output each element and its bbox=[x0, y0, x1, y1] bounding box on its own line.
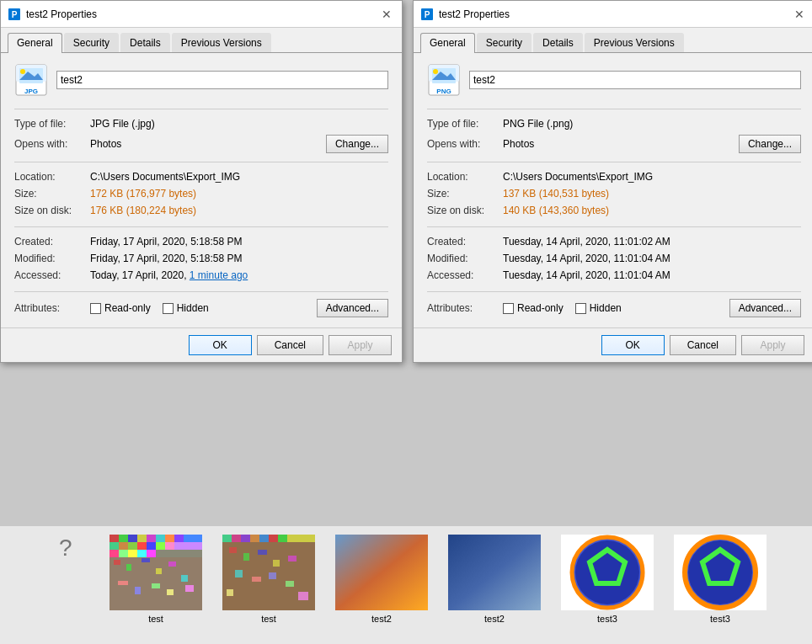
left-close-button[interactable]: ✕ bbox=[378, 6, 395, 23]
svg-rect-57 bbox=[259, 535, 269, 542]
list-item[interactable]: test bbox=[214, 535, 323, 624]
svg-rect-62 bbox=[229, 547, 237, 553]
left-tab-previous-versions[interactable]: Previous Versions bbox=[172, 33, 271, 52]
right-readonly-box bbox=[503, 303, 514, 314]
left-filename-row: JPG bbox=[14, 63, 388, 97]
thumb-label-test3-orange: test3 bbox=[710, 614, 730, 624]
thumb-label-test2: test bbox=[261, 614, 276, 624]
right-type-section: Type of file: PNG File (.png) Opens with… bbox=[427, 109, 801, 153]
right-ok-button[interactable]: OK bbox=[601, 335, 665, 355]
right-accessed-label: Accessed: bbox=[427, 269, 503, 283]
right-tab-bar: General Security Details Previous Versio… bbox=[414, 28, 812, 53]
svg-point-6 bbox=[20, 69, 25, 74]
left-advanced-button[interactable]: Advanced... bbox=[317, 299, 388, 317]
right-tab-details[interactable]: Details bbox=[533, 33, 583, 52]
right-dialog-title: test2 Properties bbox=[439, 8, 791, 20]
left-location-section: Location: C:\Users Documents\Export_IMG … bbox=[14, 162, 388, 218]
list-item[interactable]: test2 bbox=[440, 535, 549, 624]
left-ok-button[interactable]: OK bbox=[189, 335, 252, 355]
left-attributes-label: Attributes: bbox=[14, 302, 90, 314]
list-item[interactable]: test2 bbox=[327, 535, 436, 624]
left-created-value: Friday, 17 April, 2020, 5:18:58 PM bbox=[90, 236, 388, 249]
left-location-label: Location: bbox=[14, 171, 90, 184]
left-dialog-title: test2 Properties bbox=[26, 8, 378, 20]
svg-rect-42 bbox=[126, 564, 131, 571]
svg-rect-74 bbox=[448, 535, 541, 610]
svg-rect-17 bbox=[110, 535, 119, 542]
svg-rect-38 bbox=[147, 550, 156, 557]
thumb-img-test2-orange bbox=[335, 535, 428, 610]
left-filename-input[interactable] bbox=[56, 71, 388, 89]
right-advanced-button[interactable]: Advanced... bbox=[729, 299, 801, 317]
svg-rect-19 bbox=[128, 535, 137, 542]
left-tab-security[interactable]: Security bbox=[64, 33, 119, 52]
right-apply-button[interactable]: Apply bbox=[741, 335, 804, 355]
svg-rect-48 bbox=[135, 587, 141, 594]
right-hidden-checkbox[interactable]: Hidden bbox=[575, 302, 622, 314]
svg-rect-51 bbox=[185, 585, 194, 592]
thumb-img-test3-orange bbox=[674, 535, 767, 610]
svg-point-14 bbox=[433, 69, 438, 74]
right-created-value: Tuesday, 14 April, 2020, 11:01:02 AM bbox=[503, 236, 801, 249]
left-opens-label: Opens with: bbox=[14, 138, 90, 150]
svg-text:JPG: JPG bbox=[24, 88, 38, 95]
svg-rect-73 bbox=[335, 535, 428, 610]
left-tab-general[interactable]: General bbox=[8, 33, 62, 53]
left-hidden-box bbox=[163, 303, 174, 314]
left-titlebar-icon: P bbox=[8, 8, 21, 21]
right-size-row: Size: 137 KB (140,531 bytes) bbox=[427, 188, 801, 201]
svg-rect-44 bbox=[156, 568, 162, 574]
left-tab-details[interactable]: Details bbox=[120, 33, 170, 52]
svg-rect-70 bbox=[286, 581, 294, 587]
right-tab-previous-versions[interactable]: Previous Versions bbox=[585, 33, 684, 52]
left-readonly-checkbox[interactable]: Read-only bbox=[90, 302, 151, 314]
svg-rect-53 bbox=[222, 535, 232, 542]
svg-text:PNG: PNG bbox=[436, 88, 451, 95]
left-sizedisk-value: 176 KB (180,224 bytes) bbox=[90, 205, 388, 218]
svg-rect-66 bbox=[288, 556, 296, 562]
svg-rect-67 bbox=[235, 570, 243, 577]
left-created-row: Created: Friday, 17 April, 2020, 5:18:58… bbox=[14, 236, 388, 249]
left-change-button[interactable]: Change... bbox=[326, 135, 388, 153]
svg-rect-54 bbox=[232, 535, 241, 542]
right-type-row: Type of file: PNG File (.png) bbox=[427, 118, 801, 131]
thumb-label-test1: test bbox=[148, 614, 163, 624]
left-hidden-checkbox[interactable]: Hidden bbox=[163, 302, 209, 314]
right-readonly-checkbox[interactable]: Read-only bbox=[503, 302, 564, 314]
right-filename-input[interactable] bbox=[469, 71, 801, 89]
svg-rect-27 bbox=[119, 542, 128, 550]
right-readonly-label: Read-only bbox=[517, 302, 564, 314]
right-hidden-box bbox=[575, 303, 586, 314]
left-titlebar: P test2 Properties ✕ bbox=[1, 1, 402, 28]
list-item[interactable]: test3 bbox=[553, 535, 662, 624]
svg-rect-63 bbox=[243, 553, 249, 561]
right-tab-general[interactable]: General bbox=[420, 33, 475, 53]
left-readonly-box bbox=[90, 303, 101, 314]
svg-rect-49 bbox=[152, 583, 160, 588]
svg-rect-34 bbox=[110, 550, 119, 557]
left-size-row: Size: 172 KB (176,977 bytes) bbox=[14, 188, 388, 201]
left-apply-button[interactable]: Apply bbox=[329, 335, 392, 355]
svg-rect-65 bbox=[273, 560, 280, 567]
left-hidden-label: Hidden bbox=[177, 302, 209, 314]
svg-rect-20 bbox=[137, 535, 147, 542]
right-cancel-button[interactable]: Cancel bbox=[670, 335, 736, 355]
right-filename-row: PNG bbox=[427, 63, 801, 97]
svg-rect-37 bbox=[137, 550, 147, 557]
right-change-button[interactable]: Change... bbox=[739, 135, 801, 153]
svg-rect-26 bbox=[110, 542, 119, 550]
right-close-button[interactable]: ✕ bbox=[791, 6, 808, 23]
left-cancel-button[interactable]: Cancel bbox=[257, 335, 323, 355]
list-item[interactable]: test3 bbox=[665, 535, 775, 624]
right-modified-label: Modified: bbox=[427, 253, 503, 266]
left-content: JPG Type of file: JPG File (.jpg) Opens … bbox=[1, 53, 402, 327]
thumbnail-area: ? bbox=[0, 526, 812, 644]
right-tab-security[interactable]: Security bbox=[477, 33, 532, 52]
list-item[interactable]: test bbox=[101, 535, 211, 624]
left-modified-value: Friday, 17 April, 2020, 5:18:58 PM bbox=[90, 253, 388, 266]
thumb-label-test3-blue: test3 bbox=[597, 614, 617, 624]
right-created-row: Created: Tuesday, 14 April, 2020, 11:01:… bbox=[427, 236, 801, 249]
right-created-label: Created: bbox=[427, 236, 503, 249]
right-titlebar-icon: P bbox=[420, 8, 434, 21]
right-type-label: Type of file: bbox=[427, 118, 503, 131]
